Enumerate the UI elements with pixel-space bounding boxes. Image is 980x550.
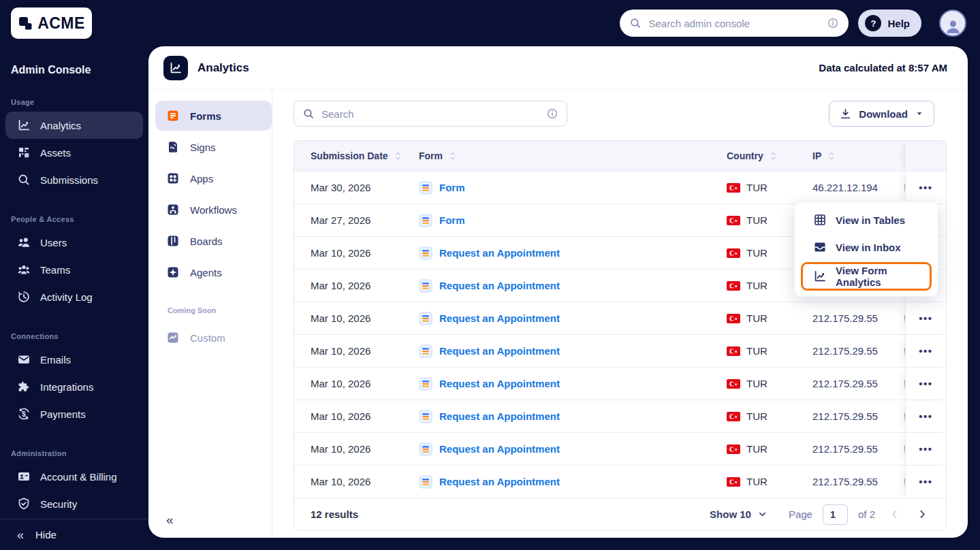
form-icon: [419, 377, 432, 391]
sidebar-item-emails[interactable]: Emails: [5, 346, 143, 373]
sidebar-hide-button[interactable]: « Hide: [0, 519, 148, 550]
panel-nav-item-agents[interactable]: Agents: [155, 257, 272, 287]
cell-clipped: !: [889, 335, 905, 367]
context-menu-item-view-in-tables[interactable]: View in Tables: [795, 206, 938, 233]
form-link[interactable]: Request an Appointment: [439, 280, 560, 291]
cell-actions: •••: [905, 466, 946, 498]
page-total-label: of 2: [858, 508, 875, 520]
panel-nav-item-label: Workflows: [190, 204, 237, 216]
column-header-ip[interactable]: IP: [812, 141, 889, 171]
sort-icon[interactable]: [394, 150, 402, 161]
panel-nav-item-custom[interactable]: Custom: [155, 323, 272, 353]
caret-down-icon: [915, 109, 924, 118]
sidebar-item-integrations[interactable]: Integrations: [5, 373, 143, 400]
panel-nav-item-apps[interactable]: Apps: [155, 163, 272, 193]
turkey-flag-icon: [727, 281, 740, 291]
admin-search-bar[interactable]: [620, 10, 849, 37]
sidebar-item-users[interactable]: Users: [5, 229, 143, 256]
form-link[interactable]: Request an Appointment: [439, 476, 560, 487]
user-avatar[interactable]: [939, 10, 966, 37]
sidebar-item-label: Assets: [40, 147, 71, 159]
data-calculated-label: Data calculated at 8:57 AM: [819, 62, 947, 74]
page-number-input[interactable]: [823, 504, 848, 525]
clipped-text: !: [904, 182, 905, 193]
sidebar-item-assets[interactable]: Assets: [5, 139, 143, 166]
sidebar-item-activity-log[interactable]: Activity Log: [5, 283, 143, 310]
prev-page-button[interactable]: [885, 508, 903, 520]
sort-icon[interactable]: [769, 150, 778, 161]
more-horizontal-icon[interactable]: •••: [919, 312, 932, 324]
more-horizontal-icon[interactable]: •••: [919, 443, 932, 455]
sidebar-item-submissions[interactable]: Submissions: [5, 166, 143, 193]
form-analytics-icon: [813, 270, 827, 283]
more-horizontal-icon[interactable]: •••: [919, 345, 932, 357]
turkey-flag-icon: [727, 477, 740, 487]
cell-form: Request an Appointment: [419, 335, 727, 367]
sidebar-item-label: Integrations: [40, 381, 93, 393]
download-icon: [839, 108, 852, 120]
sort-icon[interactable]: [827, 150, 836, 161]
cell-form: Request an Appointment: [419, 400, 727, 432]
sidebar: Admin Console Usage Analytics Assets Sub…: [0, 46, 148, 550]
form-link[interactable]: Request an Appointment: [439, 312, 560, 324]
admin-search-input[interactable]: [648, 18, 820, 29]
more-horizontal-icon[interactable]: •••: [919, 182, 932, 193]
context-menu-item-view-in-inbox[interactable]: View in Inbox: [795, 233, 938, 261]
sidebar-item-payments[interactable]: $ Payments: [5, 400, 143, 427]
form-link[interactable]: Form: [439, 182, 465, 193]
cell-ip: 212.175.29.55: [812, 335, 889, 367]
column-header-form[interactable]: Form: [419, 141, 727, 171]
download-button[interactable]: Download: [829, 101, 934, 127]
cell-clipped: !: [889, 400, 905, 432]
sidebar-section-label: Administration: [11, 449, 138, 457]
context-menu-item-view-form-analytics[interactable]: View Form Analytics: [803, 264, 930, 289]
panel-nav-item-signs[interactable]: Signs: [155, 132, 272, 162]
form-link[interactable]: Request an Appointment: [439, 378, 560, 389]
clipped-text: !: [904, 476, 905, 487]
sidebar-section-items: Users Teams Activity Log: [0, 229, 148, 310]
country-code: TUR: [746, 247, 768, 259]
country-code: TUR: [746, 312, 768, 324]
cell-country: TUR: [727, 302, 812, 334]
form-link[interactable]: Request an Appointment: [439, 345, 560, 357]
sidebar-item-account-billing[interactable]: Account & Billing: [5, 463, 143, 490]
sidebar-item-label: Submissions: [40, 174, 98, 186]
more-horizontal-icon[interactable]: •••: [919, 476, 932, 487]
sidebar-item-label: Teams: [40, 264, 70, 276]
country-code: TUR: [746, 476, 768, 487]
form-link[interactable]: Request an Appointment: [439, 410, 560, 422]
collapse-panel-nav-button[interactable]: «: [166, 513, 174, 526]
panel-nav-item-boards[interactable]: Boards: [155, 226, 272, 256]
analytics-panel-icon: [163, 56, 188, 80]
next-page-button[interactable]: [913, 508, 931, 520]
help-button[interactable]: ? Help: [858, 10, 921, 37]
sort-icon[interactable]: [448, 150, 457, 161]
more-horizontal-icon[interactable]: •••: [919, 410, 932, 422]
sidebar-sections: Usage Analytics Assets Submissions Peopl…: [0, 98, 148, 517]
clipped-text: !: [904, 345, 905, 357]
cell-ip: 212.175.29.55: [812, 433, 889, 465]
results-count: 12 results: [311, 508, 358, 520]
sidebar-item-analytics[interactable]: Analytics: [5, 112, 143, 139]
sidebar-item-label: Activity Log: [40, 291, 93, 303]
panel-nav-item-workflows[interactable]: Workflows: [155, 195, 272, 225]
form-icon: [419, 475, 432, 489]
acme-logo[interactable]: ACME: [11, 7, 92, 39]
cell-actions: •••: [905, 400, 946, 432]
panel-content: Download Submission Date Form Country IP…: [272, 90, 968, 537]
form-link[interactable]: Form: [439, 214, 465, 226]
sidebar-section: Usage Analytics Assets Submissions: [0, 98, 148, 193]
column-header-country[interactable]: Country: [727, 141, 812, 171]
more-horizontal-icon[interactable]: •••: [919, 378, 932, 389]
sidebar-item-security[interactable]: Security: [5, 490, 143, 517]
table-search-input[interactable]: [321, 108, 539, 120]
show-per-page-dropdown[interactable]: Show 10: [710, 508, 768, 520]
table-search-box[interactable]: [294, 101, 567, 127]
panel-nav-item-forms[interactable]: Forms: [155, 101, 272, 131]
cell-form: Form: [419, 204, 727, 236]
sidebar-section-label: Connections: [11, 332, 138, 340]
sidebar-item-teams[interactable]: Teams: [5, 256, 143, 283]
form-link[interactable]: Request an Appointment: [439, 247, 560, 259]
form-link[interactable]: Request an Appointment: [439, 443, 560, 455]
column-header-submission-date[interactable]: Submission Date: [294, 141, 419, 171]
